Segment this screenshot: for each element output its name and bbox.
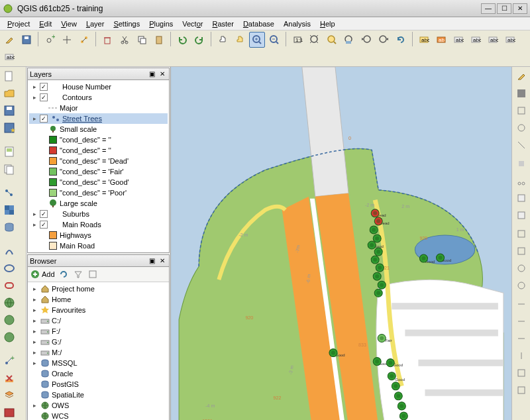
layer-row[interactable]: "cond_desc" = '' — [29, 134, 168, 145]
label-tool-7-icon[interactable]: abc — [1, 49, 17, 65]
menu-settings[interactable]: Settings — [109, 19, 144, 29]
expand-icon[interactable]: ▸ — [30, 328, 38, 335]
layer-row[interactable]: ▸✓Suburbs — [29, 209, 168, 219]
layer-checkbox[interactable]: ✓ — [40, 83, 48, 91]
browser-row[interactable]: ▸Project home — [29, 284, 168, 294]
browser-collapse-icon[interactable] — [87, 268, 99, 280]
composer-manager-icon[interactable] — [1, 161, 17, 177]
node-tool-icon[interactable] — [76, 32, 92, 48]
tool-r9-icon[interactable] — [513, 243, 529, 259]
zoom-native-icon[interactable]: 1:1 — [290, 32, 305, 48]
zoom-next-icon[interactable] — [376, 32, 392, 48]
tool-r17-icon[interactable] — [513, 382, 529, 398]
tool-r14-icon[interactable] — [513, 331, 529, 346]
save-project-icon[interactable] — [1, 103, 17, 119]
tool-r13-icon[interactable] — [513, 313, 529, 329]
browser-close-icon[interactable]: ✕ — [158, 256, 167, 266]
add-spatialite-icon[interactable] — [1, 243, 17, 259]
toggle-editing-icon[interactable] — [1, 32, 17, 48]
save-edits-icon[interactable] — [19, 32, 34, 48]
label-tool-2-icon[interactable]: ab — [433, 32, 449, 48]
expand-icon[interactable]: ▸ — [30, 349, 38, 356]
layer-row[interactable]: Major — [29, 103, 168, 113]
expand-icon[interactable]: ▸ — [30, 339, 38, 345]
browser-filter-icon[interactable] — [72, 268, 84, 280]
expand-icon[interactable]: ▸ — [30, 402, 38, 409]
remove-layer-icon[interactable] — [1, 370, 17, 386]
add-oracle-icon[interactable] — [1, 278, 17, 293]
refresh-icon[interactable] — [393, 32, 409, 48]
browser-row[interactable]: ▸OWS — [29, 400, 168, 411]
layer-checkbox[interactable]: ✓ — [40, 115, 48, 123]
tool-r1-icon[interactable] — [513, 103, 529, 119]
close-button[interactable]: ✕ — [513, 3, 527, 14]
zoom-layer-icon[interactable] — [341, 32, 357, 48]
save-as-icon[interactable]: ★ — [1, 120, 17, 136]
tool-r6-icon[interactable] — [513, 190, 529, 206]
undo-icon[interactable] — [174, 32, 190, 48]
layer-row[interactable]: "cond_desc" = 'Good' — [29, 177, 168, 187]
browser-row[interactable]: ▸F:/ — [29, 326, 168, 337]
expand-icon[interactable]: ▸ — [30, 94, 38, 101]
save-edit-icon[interactable] — [513, 85, 529, 101]
cut-icon[interactable] — [117, 32, 132, 48]
layer-row[interactable]: "cond_desc" = 'Fair' — [29, 166, 168, 177]
edit-pencil-icon[interactable] — [513, 68, 529, 84]
add-feature-icon[interactable]: + — [42, 32, 58, 48]
expand-icon[interactable]: ▸ — [30, 221, 38, 228]
layer-row[interactable]: ▸✓Street Trees — [29, 113, 168, 124]
expand-icon[interactable]: ▸ — [30, 115, 38, 122]
layer-row[interactable]: ▸✓Contours — [29, 92, 168, 103]
add-wms-icon[interactable] — [1, 295, 17, 311]
tool-r8-icon[interactable] — [513, 226, 529, 242]
layer-row[interactable]: ▸✓Main Roads — [29, 219, 168, 230]
browser-float-icon[interactable]: ▣ — [147, 256, 156, 266]
browser-row[interactable]: ▸Favourites — [29, 305, 168, 315]
layer-row[interactable]: ▸✓House Number — [29, 81, 168, 92]
add-wfs-icon[interactable] — [1, 329, 17, 345]
move-feature-icon[interactable] — [59, 32, 75, 48]
label-tool-4-icon[interactable]: abc — [468, 32, 484, 48]
pan-to-selection-icon[interactable] — [232, 32, 248, 48]
layer-checkbox[interactable]: ✓ — [40, 210, 48, 218]
layer-checkbox[interactable]: ✓ — [40, 221, 48, 229]
add-raster-icon[interactable] — [1, 202, 17, 218]
tool-r11-icon[interactable] — [513, 278, 529, 293]
expand-icon[interactable]: ▸ — [30, 317, 38, 324]
browser-row[interactable]: PostGIS — [29, 379, 168, 390]
tool-r2-icon[interactable] — [513, 120, 529, 136]
layer-row[interactable]: Large scale — [29, 198, 168, 209]
menu-raster[interactable]: Raster — [207, 19, 238, 29]
label-tool-6-icon[interactable]: abc — [502, 32, 518, 48]
zoom-in-icon[interactable] — [249, 32, 265, 48]
new-vector-icon[interactable]: + — [1, 353, 17, 369]
tool-r7-icon[interactable] — [513, 207, 529, 223]
browser-row[interactable]: ▸Home — [29, 294, 168, 305]
expand-icon[interactable]: ▸ — [30, 307, 38, 313]
delete-selected-icon[interactable] — [99, 32, 115, 48]
tool-r10-icon[interactable] — [513, 260, 529, 276]
label-tool-1-icon[interactable]: abc — [416, 32, 432, 48]
menu-help[interactable]: Help — [315, 19, 340, 29]
tool-r12-icon[interactable] — [513, 296, 529, 312]
browser-refresh-icon[interactable] — [58, 268, 70, 280]
browser-row[interactable]: SpatiaLite — [29, 390, 168, 400]
add-mssql-icon[interactable] — [1, 260, 17, 276]
expand-icon[interactable]: ▸ — [30, 286, 38, 292]
open-project-icon[interactable] — [1, 85, 17, 101]
tool-r16-icon[interactable] — [513, 365, 529, 381]
add-vector-icon[interactable] — [1, 185, 17, 201]
zoom-out-icon[interactable] — [266, 32, 282, 48]
new-project-icon[interactable] — [1, 68, 17, 84]
minimize-button[interactable]: — — [481, 3, 496, 14]
manage-layers-icon[interactable] — [1, 388, 17, 403]
menu-layer[interactable]: Layer — [81, 19, 109, 29]
menu-analysis[interactable]: Analysis — [279, 19, 315, 29]
layer-row[interactable]: "cond_desc" = 'Dead' — [29, 156, 168, 166]
paste-icon[interactable] — [151, 32, 167, 48]
add-db-layer-icon[interactable] — [1, 219, 17, 235]
menu-view[interactable]: View — [56, 19, 81, 29]
expand-icon[interactable]: ▸ — [30, 360, 38, 366]
menu-project[interactable]: Project — [3, 19, 34, 29]
zoom-selection-icon[interactable] — [324, 32, 340, 48]
